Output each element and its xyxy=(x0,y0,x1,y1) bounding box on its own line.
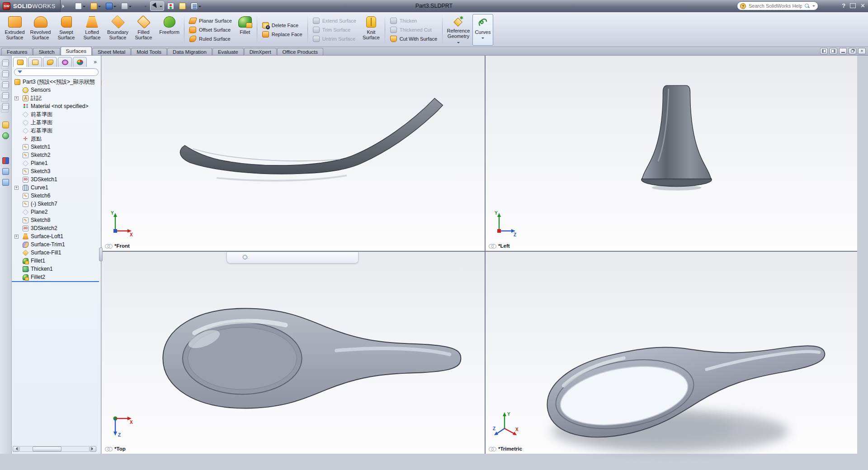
ribbon-big-button[interactable]: Extruded Surface xyxy=(2,13,28,47)
display-manager-tab[interactable] xyxy=(73,57,87,67)
ribbon-big-button[interactable]: Boundary Surface xyxy=(105,13,131,47)
hud-tool-button[interactable] xyxy=(273,254,281,262)
ribbon-small-button[interactable]: Untrim Surface xyxy=(313,35,356,43)
ribbon-small-button[interactable]: Thickened Cut xyxy=(390,26,437,34)
curves-button[interactable]: Curves xyxy=(472,14,493,46)
tree-item[interactable]: Fillet1 xyxy=(12,257,101,265)
quick-tool-button[interactable] xyxy=(73,1,87,11)
tree-item[interactable]: Sketch3 xyxy=(12,167,101,175)
tree-item[interactable]: Plane2 xyxy=(12,208,101,216)
tree-item[interactable]: Sensors xyxy=(12,86,101,94)
ribbon-small-button[interactable]: Planar Surface xyxy=(189,17,232,25)
hud-tool-button[interactable] xyxy=(335,254,344,262)
dock-view-icon[interactable] xyxy=(2,81,9,88)
hud-tool-button[interactable] xyxy=(314,254,323,262)
tree-item[interactable]: 3DSketch1 xyxy=(12,175,101,183)
dropdown-caret-icon[interactable] xyxy=(113,6,116,9)
tree-item[interactable]: 前基準面 xyxy=(12,110,101,118)
fillet-button[interactable]: Fillet xyxy=(235,13,255,47)
ribbon-big-button[interactable]: Filled Surface xyxy=(131,13,156,47)
dimxpert-manager-tab[interactable] xyxy=(58,57,72,67)
search-input[interactable] xyxy=(748,3,803,9)
dock-view-icon[interactable] xyxy=(2,103,9,110)
viewport-horizontal-divider[interactable] xyxy=(102,251,857,252)
close-window-icon[interactable]: ✕ xyxy=(860,2,865,9)
ribbon-small-button[interactable]: Trim Surface xyxy=(313,26,356,34)
quick-tool-button[interactable] xyxy=(104,1,118,11)
viewport-left[interactable]: Y Z *Left xyxy=(486,56,857,251)
ribbon-big-button[interactable]: Revolved Surface xyxy=(28,13,53,47)
quick-tool-button[interactable] xyxy=(89,1,103,11)
menu-expand-arrow-icon[interactable] xyxy=(62,5,66,8)
command-tab[interactable]: DimXpert xyxy=(244,48,277,55)
ribbon-big-button[interactable]: Lofted Surface xyxy=(79,13,105,47)
ribbon-small-button[interactable]: Offset Surface xyxy=(189,26,232,34)
dropdown-caret-icon[interactable] xyxy=(198,6,201,9)
tree-item[interactable]: 3DSketch2 xyxy=(12,224,101,232)
tree-expander[interactable]: + xyxy=(14,96,19,100)
ribbon-small-button[interactable]: Replace Face xyxy=(262,31,302,38)
dropdown-caret-icon[interactable] xyxy=(481,38,484,40)
dropdown-caret-icon[interactable] xyxy=(98,6,101,9)
hud-tool-button[interactable] xyxy=(252,254,260,262)
quick-tool-button[interactable] xyxy=(177,1,188,11)
dock-document-icon[interactable] xyxy=(2,168,9,175)
hud-tool-button[interactable] xyxy=(262,254,271,262)
restore-window-icon[interactable] xyxy=(850,3,856,8)
panel-splitter-handle[interactable] xyxy=(99,248,103,261)
tree-item[interactable]: Sketch2 xyxy=(12,151,101,159)
ribbon-small-button[interactable]: Cut With Surface xyxy=(390,35,437,43)
command-tab[interactable]: Mold Tools xyxy=(131,48,167,55)
quick-tool-button[interactable] xyxy=(119,1,133,11)
ribbon-big-button[interactable]: Swept Surface xyxy=(53,13,79,47)
tree-item[interactable]: Material <not specified> xyxy=(12,102,101,110)
quick-tool-button[interactable] xyxy=(165,1,176,11)
dropdown-caret-icon[interactable] xyxy=(83,6,85,9)
help-icon[interactable]: ? xyxy=(842,2,845,9)
previous-viewport-icon[interactable] xyxy=(820,48,828,54)
command-tab[interactable]: Surfaces xyxy=(61,47,92,55)
hud-tool-button[interactable] xyxy=(325,254,333,262)
viewport-front[interactable]: Y X *Front xyxy=(102,56,485,251)
tree-filter-box[interactable] xyxy=(14,68,99,76)
command-tab[interactable]: Evaluate xyxy=(212,48,244,55)
quick-tool-button[interactable] xyxy=(189,1,203,11)
tree-item[interactable]: 原點 xyxy=(12,135,101,143)
tree-item[interactable]: Sketch6 xyxy=(12,192,101,200)
knit-surface-button[interactable]: Knit Surface xyxy=(359,13,383,47)
help-search-box[interactable]: ? xyxy=(737,1,818,10)
reference-geometry-button[interactable]: Reference Geometry xyxy=(444,13,472,47)
tree-item[interactable]: Fillet2 xyxy=(12,273,101,281)
hud-tool-button[interactable] xyxy=(293,254,302,262)
tree-expander[interactable]: + xyxy=(14,186,19,190)
tree-item[interactable]: (-) Sketch7 xyxy=(12,200,101,208)
tree-item[interactable]: + Curve1 xyxy=(12,183,101,192)
quick-tool-button[interactable] xyxy=(150,1,164,11)
scroll-right-icon[interactable] xyxy=(90,446,96,452)
command-tab[interactable]: Features xyxy=(1,48,33,55)
dropdown-caret-icon[interactable] xyxy=(457,42,460,45)
tree-root-item[interactable]: Part3 (預設<<預設>_顯示狀態 xyxy=(12,78,101,86)
dock-appearance-icon[interactable] xyxy=(2,132,9,139)
tree-horizontal-scrollbar[interactable] xyxy=(13,446,96,452)
command-tab[interactable]: Sheet Metal xyxy=(92,48,131,55)
ribbon-big-button[interactable]: Freeform xyxy=(156,13,182,47)
dropdown-caret-icon[interactable] xyxy=(129,6,132,9)
hud-tool-button[interactable] xyxy=(241,254,250,262)
tree-item[interactable]: + Surface-Loft1 xyxy=(12,232,101,240)
tree-expander[interactable]: + xyxy=(14,235,19,239)
dock-view-icon[interactable] xyxy=(2,70,9,77)
ribbon-small-button[interactable]: Extend Surface xyxy=(313,17,356,25)
tree-item[interactable]: + 註記 xyxy=(12,94,101,102)
tree-item[interactable]: Plane1 xyxy=(12,159,101,167)
command-tab[interactable]: Sketch xyxy=(33,48,60,55)
next-viewport-icon[interactable] xyxy=(830,48,837,54)
quick-tool-button[interactable] xyxy=(135,1,149,11)
tree-item[interactable]: Sketch8 xyxy=(12,216,101,224)
command-tab[interactable]: Data Migration xyxy=(167,48,212,55)
command-tab[interactable]: Office Products xyxy=(277,48,323,55)
viewport-top[interactable]: X Z *Top xyxy=(102,252,485,454)
dock-sketch-icon[interactable] xyxy=(2,122,9,128)
minimize-document-icon[interactable] xyxy=(839,48,847,54)
dropdown-caret-icon[interactable] xyxy=(144,6,147,9)
